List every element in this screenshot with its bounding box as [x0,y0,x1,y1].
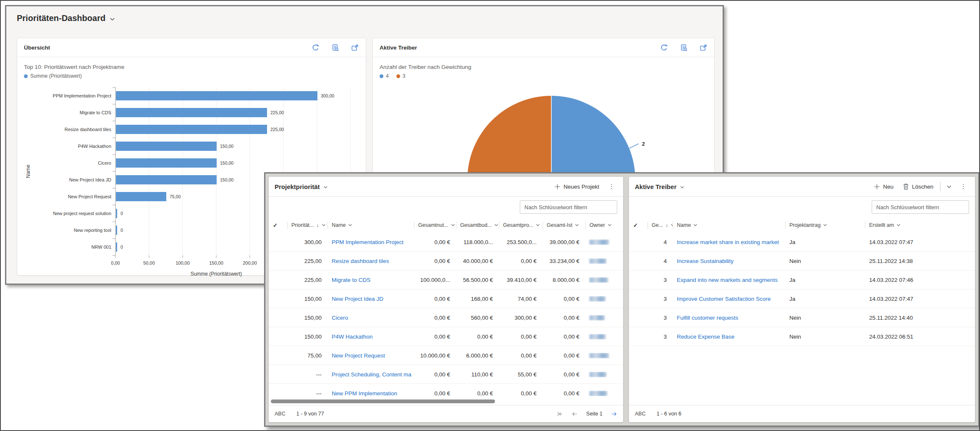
column-header[interactable]: Owner [585,218,623,233]
column-header[interactable]: Priorität...↓ [287,218,328,233]
gesamtbudget-cell: 6.000,00 € [456,352,499,359]
table-row[interactable]: 150,00P4W Hackathon0,00 €0,00 €0,00 €0,0… [269,327,623,346]
svg-text:0,00: 0,00 [111,260,120,265]
table-row[interactable]: ---New PPM Implementation0,00 €0,00 €0,0… [269,384,623,399]
delete-dropdown-icon[interactable] [945,183,954,190]
column-header[interactable]: Gesamt-Ist [542,218,585,233]
select-all-checkbox[interactable]: ✓ [629,218,647,233]
dashboard-title[interactable]: Prioritäten-Dashboard [17,13,115,23]
table-row[interactable]: 3Improve Customer Satisfaction ScoreJa14… [629,289,975,308]
column-header[interactable]: Projektantrag [785,218,865,233]
column-header[interactable]: Name [328,218,414,233]
gesamtnutzen-cell: 100.000,0... [414,277,456,283]
table-row[interactable]: 4Increase SustainabilityNein25.11.2022 1… [629,252,975,271]
gesamtprognose-cell: 39.410,00 € [499,277,542,283]
priority-cell: 75,00 [287,352,328,359]
record-link[interactable]: Expand into new markets and segments [673,277,785,283]
bar[interactable] [116,108,267,117]
select-all-checkbox[interactable]: ✓ [269,218,287,233]
record-link[interactable]: Migrate to CDS [328,277,414,283]
more-commands-icon[interactable]: ⋮ [958,183,969,190]
bar[interactable] [116,91,317,100]
drivers-footer: ABC 1 - 6 von 6 [629,405,975,422]
delete-button[interactable]: Löschen [900,181,936,192]
table-row[interactable]: ---Project Scheduling, Content ma0,00 €1… [269,365,623,384]
legend-dot [380,74,383,78]
gewichtung-cell: 3 [647,296,673,302]
table-row[interactable]: 225,00Migrate to CDS100.000,0...56.500,0… [269,271,623,289]
gesamtbudget-cell: 0,00 € [456,390,499,397]
record-link[interactable]: Increase Sustainability [673,258,785,264]
drivers-view-selector[interactable]: Aktive Treiber [635,183,684,190]
record-link[interactable]: New PPM Implementation [328,390,414,397]
bar[interactable] [116,175,217,184]
owner-redacted-blur [590,372,606,377]
projects-filter-input[interactable] [520,200,617,214]
plus-icon [874,184,880,190]
record-link[interactable]: Reduce Expense Base [673,334,785,340]
new-driver-button[interactable]: Neu [871,182,896,192]
next-page-icon[interactable] [611,411,617,417]
column-header[interactable]: Ge...↓ [647,218,673,233]
jumpbar-toggle[interactable]: ABC [635,411,646,417]
column-header[interactable]: Gesamtbud... [456,218,499,233]
projects-view-selector[interactable]: Projektpriorität [275,183,328,190]
owner-redacted-blur [590,277,608,283]
record-link[interactable]: Improve Customer Satisfaction Score [673,296,785,302]
table-row[interactable]: 3Reduce Expense BaseNein24.03.2022 06:51 [629,327,975,346]
previous-page-icon[interactable] [571,411,578,417]
bar[interactable] [116,242,117,252]
more-commands-icon[interactable]: ⋮ [606,183,617,190]
table-row[interactable]: 3Expand into new markets and segmentsJa1… [629,271,975,289]
sort-descending-icon: ↓ [666,222,668,228]
record-link[interactable]: New Project Idea JD [328,296,414,302]
column-header[interactable]: Gesamtpro... [499,218,542,233]
table-row[interactable]: 4Increase market share in existing marke… [629,233,975,252]
record-link[interactable]: PPM Implementation Project [328,239,414,245]
drivers-grid-title: Aktive Treiber [635,183,676,190]
bar[interactable] [116,209,117,218]
gesamtbudget-cell: 118.000,0... [456,239,499,245]
new-project-button[interactable]: Neues Projekt [552,182,602,192]
first-page-icon[interactable] [557,411,563,417]
table-row[interactable]: 300,00PPM Implementation Project0,00 €11… [269,233,623,252]
bar[interactable] [116,142,217,151]
table-row[interactable]: 3Fulfill customer requestsNein25.11.2022… [629,308,975,327]
popout-icon[interactable] [700,44,707,52]
record-link[interactable]: Cicero [328,315,414,321]
view-records-icon[interactable] [331,44,339,52]
bar[interactable] [116,125,267,134]
table-row[interactable]: 150,00New Project Idea JD0,00 €168,00 €7… [269,289,623,308]
bar[interactable] [116,226,117,235]
gesamtprognose-cell: 55,00 € [499,371,542,378]
record-link[interactable]: Increase market share in existing market [673,239,785,245]
gesamtprognose-cell: 74,00 € [499,296,542,302]
drivers-filter-input[interactable] [872,200,969,214]
owner-redacted-blur [590,353,609,358]
table-row[interactable]: 225,00Resize dashboard tiles0,00 €40.000… [269,252,623,271]
refresh-icon[interactable] [660,44,668,52]
jumpbar-toggle[interactable]: ABC [275,411,286,417]
record-link[interactable]: New Project Request [328,352,414,359]
record-link[interactable]: Project Scheduling, Content ma [328,371,414,378]
check-icon: ✓ [633,222,638,229]
column-header[interactable]: Name [673,218,785,233]
gesamtnutzen-cell: 0,00 € [414,315,456,321]
refresh-icon[interactable] [312,44,320,52]
sort-descending-icon: ↓ [317,222,319,228]
bar[interactable] [116,192,166,201]
bar[interactable] [116,158,217,168]
svg-text:NRW 001: NRW 001 [92,244,111,250]
view-records-icon[interactable] [680,44,688,52]
column-header[interactable]: Gesamtnut... [414,218,456,233]
popout-icon[interactable] [351,44,359,52]
drivers-card-header: Aktive Treiber [373,38,714,57]
table-row[interactable]: 150,00Cicero0,00 €560,00 €300,00 €0,00 € [269,308,623,327]
record-link[interactable]: P4W Hackathon [328,334,414,340]
record-link[interactable]: Fulfill customer requests [673,315,785,321]
record-link[interactable]: Resize dashboard tiles [328,258,414,264]
column-header[interactable]: Erstellt am [865,218,975,233]
table-row[interactable]: 75,00New Project Request10.000,00 €6.000… [269,346,623,365]
scrollbar-thumb[interactable] [271,399,495,403]
owner-cell [585,391,623,396]
